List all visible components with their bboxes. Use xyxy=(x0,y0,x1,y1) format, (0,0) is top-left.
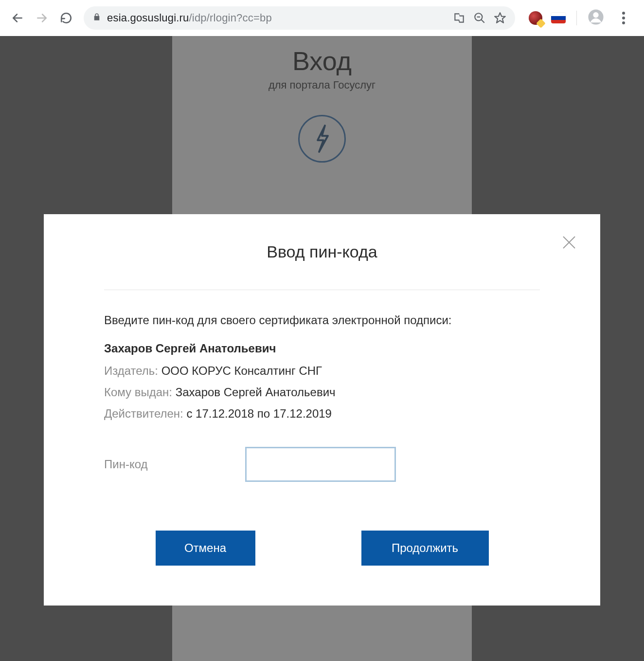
pin-input[interactable] xyxy=(245,447,396,482)
translate-icon[interactable] xyxy=(452,11,466,25)
profile-avatar-icon[interactable] xyxy=(588,9,604,27)
issuer-value: ООО КОРУС Консалтинг СНГ xyxy=(161,364,322,377)
browser-toolbar: esia.gosuslugi.ru/idp/rlogin?cc=bp xyxy=(0,0,644,36)
subject-label: Кому выдан: xyxy=(104,386,172,399)
validity-label: Действителен: xyxy=(104,407,183,420)
pin-row: Пин-код xyxy=(104,447,540,482)
pin-label: Пин-код xyxy=(104,458,245,471)
certificate-issuer-line: Издатель: ООО КОРУС Консалтинг СНГ xyxy=(104,364,540,378)
validity-value: с 17.12.2018 по 17.12.2019 xyxy=(186,407,332,420)
browser-menu-button[interactable] xyxy=(613,7,634,29)
instruction-text: Введите пин-код для своего сертификата э… xyxy=(104,313,540,327)
url-text: esia.gosuslugi.ru/idp/rlogin?cc=bp xyxy=(107,12,446,24)
certificate-subject-line: Кому выдан: Захаров Сергей Анатольевич xyxy=(104,386,540,399)
certificate-owner-name: Захаров Сергей Анатольевич xyxy=(104,342,540,355)
extension-icons xyxy=(522,7,637,29)
svg-point-9 xyxy=(622,17,625,19)
reload-button[interactable] xyxy=(55,7,77,29)
pin-entry-modal: Ввод пин-кода Введите пин-код для своего… xyxy=(44,214,600,606)
close-button[interactable] xyxy=(559,233,579,252)
modal-actions: Отмена Продолжить xyxy=(88,531,556,566)
cancel-button[interactable]: Отмена xyxy=(156,531,255,566)
page-viewport: Вход для портала Госуслуг Ввод пин-кода … xyxy=(0,36,644,661)
extension-flag-ru-icon[interactable] xyxy=(551,13,566,23)
svg-point-7 xyxy=(593,12,598,18)
address-bar[interactable]: esia.gosuslugi.ru/idp/rlogin?cc=bp xyxy=(84,6,515,30)
toolbar-separator xyxy=(576,11,577,25)
modal-title: Ввод пин-кода xyxy=(88,242,556,261)
url-path: /idp/rlogin?cc=bp xyxy=(189,12,272,24)
continue-button[interactable]: Продолжить xyxy=(361,531,489,566)
forward-button[interactable] xyxy=(31,7,53,29)
divider xyxy=(104,290,540,290)
back-button[interactable] xyxy=(7,7,28,29)
extension-icon-1[interactable] xyxy=(529,11,542,25)
certificate-validity-line: Действителен: с 17.12.2018 по 17.12.2019 xyxy=(104,407,540,421)
svg-marker-5 xyxy=(495,13,505,23)
zoom-out-icon[interactable] xyxy=(472,11,487,25)
bookmark-star-icon[interactable] xyxy=(493,11,507,25)
close-icon xyxy=(561,235,577,250)
subject-value: Захаров Сергей Анатольевич xyxy=(176,386,336,399)
svg-line-3 xyxy=(481,19,484,23)
svg-point-8 xyxy=(622,12,625,15)
lock-icon xyxy=(92,12,101,24)
url-host: esia.gosuslugi.ru xyxy=(107,12,189,24)
issuer-label: Издатель: xyxy=(104,364,158,377)
svg-point-10 xyxy=(622,21,625,24)
